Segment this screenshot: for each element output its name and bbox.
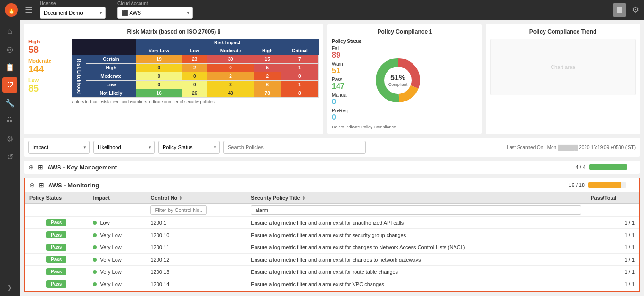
key-management-section: ⊕ ⊞ AWS - Key Management 4 / 4 <box>24 161 640 174</box>
risk-impact-header: Risk Impact <box>136 39 319 47</box>
pass-value: 147 <box>332 82 370 91</box>
cell-high-high: 5 <box>254 64 281 72</box>
risk-levels: High 58 Moderate 144 Low 85 <box>28 39 66 94</box>
license-select-wrapper[interactable]: Document Demo <box>40 7 106 19</box>
col-low: Low <box>182 47 207 55</box>
sidebar-item-history[interactable]: ↺ <box>2 149 17 164</box>
risk-moderate-value: 144 <box>28 64 66 75</box>
donut-chart: 51% Compliant <box>374 57 421 104</box>
key-management-progress <box>589 164 627 170</box>
cell-title-2: Ensure a log metric filter and alarm exi… <box>246 241 586 254</box>
risk-table-wrapper: Risk Impact Very Low Low Moderate High C… <box>72 39 319 104</box>
user-avatar[interactable] <box>613 3 626 17</box>
impact-label-1: Very Low <box>100 232 121 238</box>
cell-notlikely-high: 78 <box>254 89 281 98</box>
search-policies-input[interactable] <box>223 141 366 154</box>
risk-moderate-label: Moderate <box>28 58 66 64</box>
monitoring-table: Policy Status Impact Control No ⇕ Securi… <box>25 192 639 292</box>
table-row: Pass Low 1200.16 Ensure a log metric fil… <box>25 290 639 293</box>
impact-label-3: Very Low <box>100 257 121 262</box>
filter-impact-cell <box>88 204 146 217</box>
policy-status-filter-wrapper[interactable]: Policy Status <box>158 141 220 154</box>
th-security-title[interactable]: Security Policy Title ⇕ <box>246 192 586 204</box>
cell-status-3: Pass <box>25 254 88 266</box>
risk-high-value: 58 <box>28 44 66 55</box>
security-title-filter-input[interactable] <box>251 205 581 215</box>
sidebar-collapse-arrow[interactable]: ❯ <box>2 283 17 292</box>
monitoring-title: AWS - Monitoring <box>48 182 99 189</box>
status-prereq-item: PreReq 0 <box>332 108 370 122</box>
cell-title-3: Ensure a log metric filter and alarm exi… <box>246 254 586 266</box>
monitoring-count: 16 / 18 <box>569 182 585 188</box>
status-pass-item: Pass 147 <box>332 77 370 91</box>
impact-filter-wrapper[interactable]: Impact <box>28 141 90 154</box>
col-very-low: Very Low <box>136 47 182 55</box>
cell-notlikely-vlow: 16 <box>136 89 182 98</box>
cell-notlikely-low: 26 <box>182 89 207 98</box>
sidebar-item-home[interactable]: ⌂ <box>2 24 17 39</box>
menu-icon[interactable]: ☰ <box>25 5 33 15</box>
sidebar-item-gear[interactable]: ⚙ <box>2 131 17 146</box>
cell-pass-3: 1 / 1 <box>586 254 639 266</box>
status-manual-item: Manual 0 <box>332 93 370 106</box>
prereq-value: 0 <box>332 113 370 122</box>
cell-title-6: Ensure a log metric filter and alarm exi… <box>246 290 586 293</box>
impact-filter[interactable]: Impact <box>28 141 90 154</box>
table-filter-row <box>25 204 639 217</box>
table-header-row: Policy Status Impact Control No ⇕ Securi… <box>25 192 639 204</box>
sidebar-item-shield[interactable]: 🛡 <box>2 77 17 93</box>
cell-notlikely-crit: 8 <box>281 89 318 98</box>
cell-low-crit: 1 <box>281 81 318 89</box>
likelihood-filter-wrapper[interactable]: Likelihood <box>93 141 155 154</box>
col-moderate: Moderate <box>207 47 254 55</box>
control-sort-icon: ⇕ <box>179 196 182 201</box>
cell-notlikely-mod: 43 <box>207 89 254 98</box>
settings-sliders-icon[interactable]: ⚙ <box>632 5 639 15</box>
status-badge-0: Pass <box>46 219 66 226</box>
license-select[interactable]: Document Demo <box>40 7 106 19</box>
policy-status-filter[interactable]: Policy Status <box>158 141 220 154</box>
risk-matrix-panel: Risk Matrix (based on ISO 27005) ℹ High … <box>24 24 323 134</box>
last-scanned-text: Last Scanned On : Mon ██████ 2020 16:19:… <box>507 145 636 150</box>
cell-title-0: Ensure a log metric filter and alarm exi… <box>246 217 586 229</box>
sidebar-item-building[interactable]: 🏛 <box>2 113 17 128</box>
monitoring-expand-icon[interactable]: ⊖ <box>29 181 35 189</box>
cell-impact-0: Low <box>88 217 146 229</box>
fail-label: Fail <box>332 46 370 51</box>
table-row: Pass Very Low 1200.12 Ensure a log metri… <box>25 254 639 266</box>
col-critical: Critical <box>281 47 318 55</box>
key-management-expand-icon[interactable]: ⊕ <box>28 163 34 171</box>
sidebar-item-tools[interactable]: 🔧 <box>2 95 17 110</box>
sidebar-item-doc[interactable]: 📋 <box>2 59 17 75</box>
cell-pass-1: 1 / 1 <box>586 229 639 241</box>
cell-high-vlow: 0 <box>136 64 182 72</box>
cloud-select[interactable]: ⬛ AWS <box>117 7 193 19</box>
status-badge-1: Pass <box>46 231 66 238</box>
th-control-no[interactable]: Control No ⇕ <box>146 192 246 204</box>
filter-status-cell <box>25 204 88 217</box>
control-no-filter-input[interactable] <box>150 205 207 215</box>
donut-text: Compliant <box>388 82 408 87</box>
filter-control-cell <box>146 204 246 217</box>
risk-table: Risk Impact Very Low Low Moderate High C… <box>72 39 319 98</box>
monitoring-table-scroll[interactable]: Policy Status Impact Control No ⇕ Securi… <box>25 192 639 292</box>
impact-dot-5 <box>93 282 97 286</box>
cell-pass-0: 1 / 1 <box>586 217 639 229</box>
table-row: Pass Very Low 1200.10 Ensure a log metri… <box>25 229 639 241</box>
status-badge-4: Pass <box>46 268 66 275</box>
likelihood-filter[interactable]: Likelihood <box>93 141 155 154</box>
cell-certain-low: 23 <box>182 55 207 64</box>
svg-rect-0 <box>617 7 622 13</box>
cell-low-mod: 3 <box>207 81 254 89</box>
policy-status-list: Policy Status Fail 89 Warn 51 Pass 147 <box>332 39 370 122</box>
th-pass-total: Pass/Total <box>586 192 639 204</box>
cell-impact-5: Very Low <box>88 278 146 290</box>
cell-status-2: Pass <box>25 241 88 254</box>
row-certain: Certain <box>86 55 136 64</box>
risk-high-label: High <box>28 39 66 44</box>
cell-control-0: 1200.1 <box>146 217 246 229</box>
cell-high-low: 2 <box>182 64 207 72</box>
sidebar-item-map[interactable]: ◎ <box>2 42 17 57</box>
cloud-select-wrapper[interactable]: ⬛ AWS <box>117 7 193 19</box>
cell-mod-high: 2 <box>254 72 281 81</box>
